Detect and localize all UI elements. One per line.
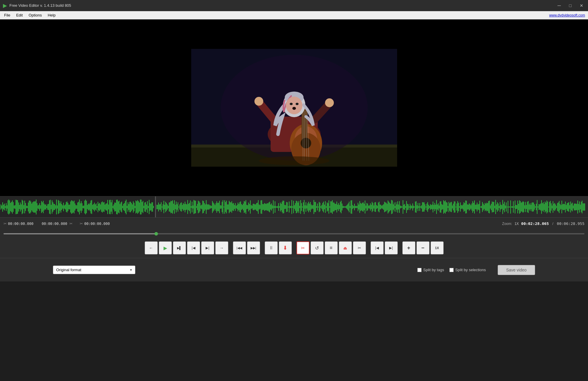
svg-rect-365 [300, 200, 301, 214]
svg-rect-270 [216, 201, 217, 213]
pause-button[interactable]: ⏸ [265, 241, 278, 254]
play-button[interactable]: ▶ [159, 241, 172, 254]
svg-rect-564 [476, 205, 477, 210]
svg-rect-392 [324, 205, 325, 209]
svg-rect-364 [299, 206, 300, 208]
close-button[interactable]: ✕ [578, 2, 585, 9]
video-content [191, 49, 397, 167]
trim-button[interactable]: ✂ [353, 241, 366, 254]
scissors-clip-icon: ✂ [69, 221, 73, 226]
next-frame-button[interactable]: ▶▶| [247, 241, 260, 254]
svg-rect-209 [163, 204, 163, 210]
svg-rect-318 [259, 204, 259, 209]
seek-bar-container[interactable] [0, 230, 588, 238]
svg-rect-269 [216, 203, 216, 211]
svg-rect-368 [303, 202, 304, 212]
svg-rect-340 [278, 203, 279, 211]
svg-rect-499 [419, 206, 419, 208]
svg-rect-388 [321, 206, 321, 208]
maximize-button[interactable]: □ [567, 2, 573, 9]
svg-rect-478 [400, 206, 401, 208]
svg-rect-124 [86, 201, 87, 213]
svg-rect-147 [106, 203, 107, 211]
svg-rect-62 [31, 203, 32, 210]
svg-rect-385 [318, 206, 319, 207]
svg-rect-301 [244, 201, 244, 213]
seek-bar[interactable] [4, 233, 584, 234]
timeline-controls: ✂ 00:00:00.000 00:00:00.000 ✂ ✂ 00:00:00… [0, 217, 588, 230]
svg-rect-487 [408, 204, 409, 210]
cut-button[interactable]: ✂ [297, 241, 309, 254]
svg-rect-174 [130, 202, 131, 212]
svg-rect-687 [584, 203, 585, 211]
prev-frame-button[interactable]: |◀◀ [233, 241, 246, 254]
zoom-reset-button[interactable]: 1X [431, 241, 444, 254]
svg-rect-260 [208, 205, 208, 209]
svg-rect-261 [209, 204, 209, 210]
split-by-tags-checkbox[interactable] [417, 268, 422, 272]
menu-edit[interactable]: Edit [13, 12, 26, 19]
format-select-button[interactable]: Original format ▾ [53, 266, 135, 274]
svg-rect-359 [295, 203, 296, 211]
svg-rect-143 [103, 203, 104, 212]
svg-rect-127 [89, 204, 89, 210]
website-link[interactable]: www.dvdvideosoft.com [549, 13, 585, 17]
svg-rect-372 [307, 206, 307, 208]
menu-help[interactable]: Help [45, 12, 59, 19]
zoom-out-button[interactable]: − [417, 241, 429, 254]
next-mark-button[interactable]: ▶| [385, 241, 398, 254]
svg-rect-639 [542, 203, 543, 211]
svg-rect-638 [541, 200, 542, 214]
svg-rect-672 [571, 203, 572, 210]
go-forward-button[interactable]: → [215, 241, 228, 254]
svg-rect-333 [272, 206, 273, 209]
split-by-selections-checkbox[interactable] [449, 268, 454, 272]
menu-file[interactable]: File [1, 12, 13, 19]
svg-rect-591 [500, 202, 500, 212]
go-start-button[interactable]: |◀ [187, 241, 200, 254]
svg-rect-148 [107, 200, 108, 214]
rotate-button[interactable]: ↺ [311, 241, 324, 254]
prev-mark-button[interactable]: |◀ [371, 241, 384, 254]
overlay-button[interactable]: ⏏ [339, 241, 352, 254]
svg-rect-44 [16, 200, 16, 214]
zoom-in-button[interactable]: + [402, 241, 415, 254]
svg-rect-379 [313, 205, 313, 209]
svg-rect-530 [446, 202, 447, 212]
svg-rect-66 [35, 201, 36, 213]
adjust-button[interactable]: ≡ [325, 241, 338, 254]
format-label: Original format [56, 268, 81, 272]
minimize-button[interactable]: ─ [556, 2, 562, 9]
volume-button[interactable]: ⬇ [279, 241, 292, 254]
svg-rect-159 [117, 200, 118, 214]
svg-rect-679 [577, 201, 578, 213]
menu-options[interactable]: Options [26, 12, 45, 19]
save-video-button[interactable]: Save video [498, 265, 535, 275]
svg-rect-533 [449, 202, 449, 212]
play-selection-button[interactable]: ▶▌ [173, 241, 186, 254]
svg-rect-408 [338, 203, 339, 211]
clip-end-value: 00:00:00.000 [84, 222, 110, 226]
svg-rect-430 [358, 203, 358, 211]
svg-rect-440 [367, 203, 367, 211]
svg-rect-300 [243, 203, 244, 210]
seek-thumb[interactable] [154, 232, 158, 236]
svg-rect-132 [93, 204, 94, 210]
svg-rect-503 [422, 202, 423, 212]
svg-rect-271 [217, 203, 218, 211]
go-back-button[interactable]: ← [145, 241, 158, 254]
svg-rect-362 [298, 203, 298, 211]
svg-rect-294 [238, 203, 238, 211]
svg-rect-463 [387, 204, 387, 210]
svg-rect-562 [474, 201, 475, 213]
svg-rect-626 [531, 205, 531, 209]
go-end-button[interactable]: ▶| [201, 241, 214, 254]
svg-rect-31 [4, 204, 5, 211]
svg-rect-614 [520, 201, 521, 213]
svg-rect-95 [61, 201, 61, 213]
svg-rect-393 [325, 201, 326, 213]
svg-rect-114 [77, 203, 78, 211]
svg-rect-133 [94, 203, 95, 211]
svg-rect-399 [330, 201, 331, 213]
svg-rect-298 [241, 204, 242, 210]
